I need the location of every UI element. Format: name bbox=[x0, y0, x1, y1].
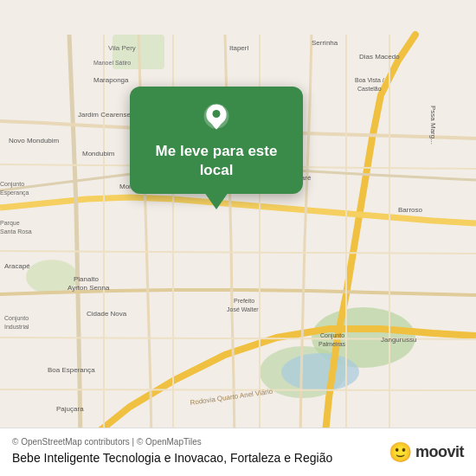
svg-text:Itaperl: Itaperl bbox=[229, 44, 248, 52]
svg-text:Boa Vista /: Boa Vista / bbox=[355, 77, 384, 83]
location-pin-icon bbox=[201, 102, 232, 133]
svg-text:José Walter: José Walter bbox=[227, 306, 259, 312]
svg-text:Barroso: Barroso bbox=[398, 206, 423, 214]
svg-text:Serrinha: Serrinha bbox=[312, 39, 338, 47]
svg-text:Palmeiras: Palmeiras bbox=[318, 341, 346, 347]
svg-point-42 bbox=[213, 110, 221, 118]
location-name: Bebe Inteligente Tecnologia e Inovacao, … bbox=[12, 450, 380, 467]
svg-text:Parque: Parque bbox=[0, 220, 20, 227]
svg-text:Pajuçara: Pajuçara bbox=[56, 405, 84, 413]
moovit-text: moovit bbox=[415, 443, 464, 461]
svg-text:Ayrton Senna: Ayrton Senna bbox=[68, 284, 110, 292]
svg-point-5 bbox=[281, 353, 359, 391]
attribution-text: © OpenStreetMap contributors | © OpenMap… bbox=[12, 437, 380, 447]
svg-text:Novo Mondubim: Novo Mondubim bbox=[9, 137, 60, 145]
svg-text:Conjunto: Conjunto bbox=[0, 181, 24, 188]
svg-text:Cidade Nova: Cidade Nova bbox=[87, 310, 127, 318]
bottom-left: © OpenStreetMap contributors | © OpenMap… bbox=[12, 437, 380, 467]
svg-text:Vila Pery: Vila Pery bbox=[108, 44, 136, 52]
svg-text:Conjunto: Conjunto bbox=[4, 315, 29, 322]
moovit-logo: 🙂 moovit bbox=[389, 441, 464, 464]
svg-text:Esperança: Esperança bbox=[0, 190, 29, 196]
svg-text:Conjunto: Conjunto bbox=[320, 332, 344, 339]
svg-text:Pssa Marg...: Pssa Marg... bbox=[429, 106, 437, 145]
svg-text:Boa Esperança: Boa Esperança bbox=[48, 366, 95, 374]
svg-text:Mondubim: Mondubim bbox=[82, 150, 115, 158]
svg-text:Castelão: Castelão bbox=[357, 86, 382, 92]
svg-text:Santa Rosa: Santa Rosa bbox=[0, 228, 32, 235]
bottom-bar: © OpenStreetMap contributors | © OpenMap… bbox=[0, 428, 476, 476]
popup-card[interactable]: Me leve para este local bbox=[130, 87, 303, 194]
svg-text:Planalto: Planalto bbox=[74, 275, 99, 283]
map-svg: Vila Pery Maraponga Jardim Cearense Mano… bbox=[0, 0, 476, 476]
svg-text:Dias Macedo: Dias Macedo bbox=[359, 53, 400, 61]
svg-text:Manoel Sátiro: Manoel Sátiro bbox=[93, 60, 131, 66]
popup-text: Me leve para este local bbox=[147, 142, 286, 180]
svg-text:Jardim Cearense: Jardim Cearense bbox=[78, 111, 131, 119]
map-container: Vila Pery Maraponga Jardim Cearense Mano… bbox=[0, 0, 476, 476]
moovit-emoji-icon: 🙂 bbox=[389, 441, 412, 464]
svg-text:Prefeito: Prefeito bbox=[234, 298, 254, 304]
svg-text:Aracapé: Aracapé bbox=[4, 262, 30, 270]
svg-text:Industrial: Industrial bbox=[4, 324, 29, 330]
map-background: Vila Pery Maraponga Jardim Cearense Mano… bbox=[0, 0, 476, 476]
svg-text:Maraponga: Maraponga bbox=[93, 76, 129, 84]
svg-text:Jangurussu: Jangurussu bbox=[381, 336, 416, 344]
